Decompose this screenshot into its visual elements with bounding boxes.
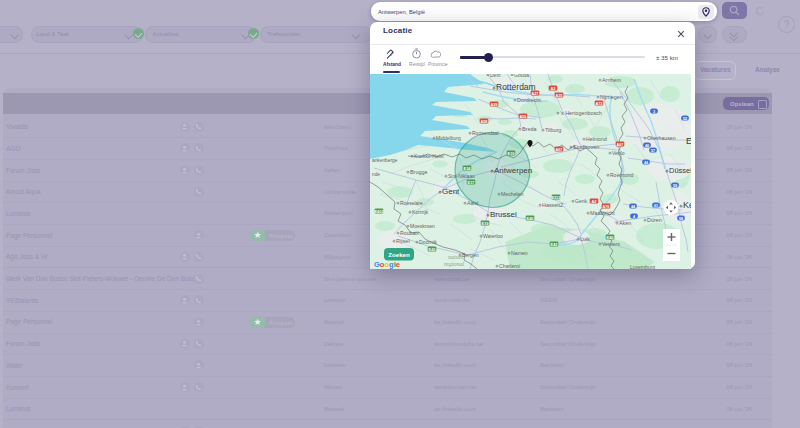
svg-text:Eindhoven: Eindhoven bbox=[573, 144, 599, 150]
svg-text:Middelburg: Middelburg bbox=[436, 135, 461, 141]
svg-text:Charleroi: Charleroi bbox=[499, 263, 520, 269]
svg-text:E313: E313 bbox=[552, 196, 561, 200]
svg-text:regional: regional bbox=[444, 261, 464, 267]
svg-text:Dordrecht: Dordrecht bbox=[517, 97, 541, 103]
svg-text:Brussel: Brussel bbox=[490, 210, 517, 219]
svg-text:40: 40 bbox=[645, 144, 649, 148]
svg-text:A76: A76 bbox=[603, 205, 610, 209]
svg-text:Moeskroen: Moeskroen bbox=[410, 223, 435, 229]
svg-text:A73: A73 bbox=[596, 102, 603, 106]
svg-text:Venlo: Venlo bbox=[612, 150, 625, 156]
svg-text:E403: E403 bbox=[375, 210, 384, 214]
svg-text:Düssel: Düssel bbox=[669, 166, 691, 175]
svg-text:Verviers: Verviers bbox=[602, 241, 621, 247]
svg-text:Gent: Gent bbox=[442, 187, 460, 196]
svg-text:Tilburg: Tilburg bbox=[545, 127, 561, 133]
svg-text:Aken: Aken bbox=[619, 220, 631, 226]
svg-text:Rotterdam: Rotterdam bbox=[496, 82, 536, 92]
svg-text:A58: A58 bbox=[481, 120, 488, 124]
svg-text:Arnhem: Arnhem bbox=[602, 77, 621, 83]
svg-text:Breda: Breda bbox=[522, 126, 536, 132]
svg-text:A59: A59 bbox=[520, 115, 527, 119]
svg-text:E40: E40 bbox=[607, 236, 614, 240]
svg-text:Doornik: Doornik bbox=[419, 239, 437, 245]
svg-text:E34: E34 bbox=[464, 167, 472, 171]
svg-text:61: 61 bbox=[654, 204, 658, 208]
svg-text:Sint-Niklaas: Sint-Niklaas bbox=[448, 173, 475, 179]
svg-text:A15: A15 bbox=[556, 94, 563, 98]
svg-text:A27: A27 bbox=[532, 92, 539, 96]
svg-text:nde: nde bbox=[372, 172, 380, 177]
svg-text:Helmond: Helmond bbox=[586, 136, 607, 142]
svg-text:Roubaix: Roubaix bbox=[400, 230, 419, 236]
svg-text:E: E bbox=[686, 136, 691, 146]
svg-text:E17: E17 bbox=[468, 181, 475, 185]
svg-text:'s Hertogenbosch: 's Hertogenbosch bbox=[560, 110, 602, 116]
svg-text:Roermond: Roermond bbox=[610, 172, 634, 178]
svg-text:Luxemburg: Luxemburg bbox=[630, 264, 655, 269]
svg-text:A67: A67 bbox=[556, 148, 563, 152]
svg-text:Mechelen: Mechelen bbox=[501, 191, 524, 197]
svg-text:Knokke-Heist: Knokke-Heist bbox=[414, 153, 444, 159]
svg-text:Hasselt2: Hasselt2 bbox=[542, 202, 563, 208]
svg-text:Namen: Namen bbox=[511, 250, 528, 256]
svg-text:Luik: Luik bbox=[580, 236, 590, 242]
svg-text:52: 52 bbox=[683, 117, 687, 121]
svg-text:Aalst: Aalst bbox=[467, 200, 479, 206]
svg-text:Bergen: Bergen bbox=[462, 252, 479, 258]
svg-text:A2: A2 bbox=[592, 200, 597, 204]
svg-text:Düren: Düren bbox=[647, 217, 662, 223]
svg-text:Gouda: Gouda bbox=[514, 74, 529, 78]
svg-text:Google: Google bbox=[374, 260, 400, 269]
svg-text:Nijmegen: Nijmegen bbox=[600, 94, 623, 100]
svg-text:Waterloo: Waterloo bbox=[483, 233, 503, 239]
svg-text:A2: A2 bbox=[551, 87, 556, 91]
svg-text:59: 59 bbox=[673, 184, 677, 188]
svg-text:Antwerpen: Antwerpen bbox=[494, 166, 532, 175]
svg-text:3: 3 bbox=[653, 110, 655, 114]
svg-text:Roeselare: Roeselare bbox=[400, 200, 423, 206]
svg-text:Ke: Ke bbox=[683, 200, 691, 210]
svg-text:Zoeken: Zoeken bbox=[388, 251, 410, 258]
svg-text:Roosendaal: Roosendaal bbox=[472, 130, 499, 136]
svg-text:nature: nature bbox=[448, 254, 464, 260]
svg-text:E42: E42 bbox=[429, 248, 436, 252]
svg-text:57: 57 bbox=[651, 149, 655, 153]
svg-text:E19: E19 bbox=[508, 152, 515, 156]
svg-text:A29: A29 bbox=[491, 103, 498, 107]
svg-text:E40: E40 bbox=[527, 217, 534, 221]
svg-text:A67: A67 bbox=[617, 143, 624, 147]
svg-text:58: 58 bbox=[679, 217, 683, 221]
svg-text:Maastricht: Maastricht bbox=[590, 210, 615, 216]
svg-text:E42: E42 bbox=[551, 243, 558, 247]
svg-text:E19: E19 bbox=[482, 222, 489, 226]
svg-text:Brugge: Brugge bbox=[410, 169, 427, 175]
svg-text:ankenberge: ankenberge bbox=[372, 158, 398, 163]
svg-text:Delft: Delft bbox=[490, 74, 501, 78]
svg-text:Rijsel: Rijsel bbox=[396, 238, 410, 244]
svg-text:Kortrijk: Kortrijk bbox=[412, 209, 429, 215]
svg-text:Genk.: Genk. bbox=[575, 198, 588, 204]
svg-text:Oberhausen: Oberhausen bbox=[647, 135, 676, 141]
